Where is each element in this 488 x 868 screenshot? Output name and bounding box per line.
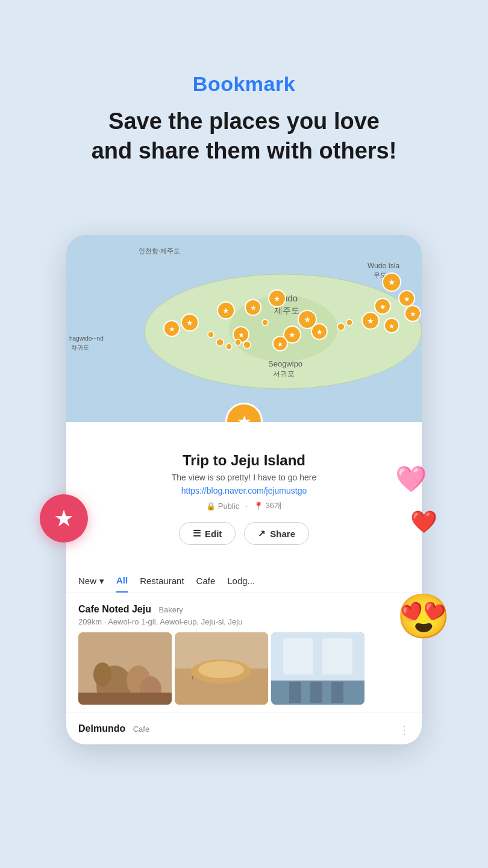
svg-point-51 (208, 332, 214, 338)
svg-text:★: ★ (410, 310, 416, 318)
svg-rect-69 (322, 638, 352, 675)
page-subtitle: Save the places you love and share them … (0, 107, 488, 166)
place-image-1 (78, 632, 172, 705)
place-item-2: Delmundo Cafe ⋮ (66, 712, 422, 744)
svg-text:Wudo Isla: Wudo Isla (368, 262, 399, 270)
svg-text:차귀도: 차귀도 (71, 344, 89, 351)
svg-text:★: ★ (238, 331, 245, 339)
tab-restaurant[interactable]: Restaurant (140, 576, 184, 592)
svg-point-52 (337, 323, 345, 330)
svg-point-64 (198, 661, 244, 678)
svg-text:Seogwipo: Seogwipo (268, 359, 302, 368)
section-label: Bookmark (0, 0, 488, 96)
card-content: Trip to Jeju Island The view is so prett… (66, 422, 422, 567)
place-address: 209km · Aewol-ro 1-gil, Aewol-eup, Jeju-… (78, 617, 242, 626)
tab-all[interactable]: All (116, 575, 128, 593)
svg-text:★: ★ (367, 316, 374, 326)
svg-text:★: ★ (277, 341, 283, 348)
share-button[interactable]: ↗ Share (244, 522, 309, 545)
map-area: 인천항·제주도 Jejudo 제주도 Wudo Isla 우도 hagwido·… (66, 235, 422, 422)
place-image-3 (271, 632, 364, 705)
card-action-buttons: ☰ Edit ↗ Share (84, 522, 404, 545)
svg-text:★: ★ (274, 294, 281, 303)
svg-point-53 (346, 319, 352, 326)
edit-icon: ☰ (193, 528, 201, 539)
svg-text:hagwido···nd: hagwido···nd (69, 335, 104, 342)
phone-card: 인천항·제주도 Jejudo 제주도 Wudo Isla 우도 hagwido·… (66, 235, 422, 744)
place-item-1: Cafe Noted Jeju Bakery 209km · Aewol-ro … (66, 593, 422, 712)
svg-text:★: ★ (222, 306, 230, 315)
tab-new[interactable]: New ▾ (78, 576, 104, 593)
lock-icon: 🔒 (206, 502, 216, 511)
card-meta: 🔒 Public · 📍 36개 (84, 500, 404, 511)
svg-text:★: ★ (169, 325, 175, 333)
place-category-2: Cafe (133, 725, 149, 734)
svg-text:★: ★ (380, 303, 386, 311)
star-icon: ★ (54, 505, 74, 532)
place-image-2 (175, 632, 268, 705)
svg-text:★: ★ (250, 304, 257, 312)
visibility-info: 🔒 Public (206, 502, 239, 511)
more-options-icon-2[interactable]: ⋮ (399, 723, 410, 737)
svg-rect-72 (310, 682, 322, 703)
svg-text:★: ★ (289, 330, 296, 339)
place-info-2: Delmundo Cafe (78, 723, 149, 734)
svg-point-49 (235, 339, 241, 345)
svg-point-48 (226, 344, 232, 350)
float-emoji-heart-eyes: 😍 (396, 591, 451, 642)
tab-cafe[interactable]: Cafe (196, 576, 216, 592)
svg-rect-71 (289, 682, 301, 703)
svg-rect-60 (78, 693, 172, 705)
place-header: Cafe Noted Jeju Bakery 209km · Aewol-ro … (78, 604, 410, 626)
svg-point-50 (243, 341, 251, 348)
card-description: The view is so pretty! I have to go here (84, 473, 404, 482)
tabs-row: New ▾ All Restaurant Cafe Lodg... (66, 567, 422, 593)
svg-text:★: ★ (186, 318, 193, 327)
edit-button[interactable]: ☰ Edit (179, 522, 236, 545)
svg-text:★: ★ (304, 315, 311, 324)
chevron-down-icon: ▾ (99, 576, 104, 587)
place-category: Bakery (158, 605, 183, 614)
place-name: Cafe Noted Jeju (78, 604, 151, 614)
svg-point-47 (216, 339, 224, 346)
place-header-2: Delmundo Cafe ⋮ (78, 723, 410, 737)
share-icon: ↗ (258, 528, 266, 539)
svg-rect-73 (331, 682, 343, 703)
pin-icon: 📍 (254, 502, 263, 511)
float-heart-outline: 🩷 (395, 464, 427, 494)
float-star-badge: ★ (40, 494, 88, 542)
svg-point-58 (93, 662, 111, 687)
svg-text:★: ★ (404, 295, 410, 303)
svg-text:★: ★ (389, 322, 395, 330)
svg-text:인천항·제주도: 인천항·제주도 (139, 247, 180, 254)
place-info: Cafe Noted Jeju Bakery 209km · Aewol-ro … (78, 604, 242, 626)
tab-lodging[interactable]: Lodg... (227, 576, 255, 592)
float-heart-filled: ❤️ (410, 509, 437, 535)
place-images (78, 632, 410, 705)
location-count: 📍 36개 (254, 500, 282, 511)
place-name-2: Delmundo (78, 723, 125, 734)
svg-text:★: ★ (388, 277, 396, 287)
card-title: Trip to Jeju Island (84, 452, 404, 469)
svg-text:서귀포: 서귀포 (273, 370, 295, 378)
svg-text:★: ★ (316, 328, 323, 336)
svg-point-54 (262, 319, 268, 326)
card-link[interactable]: https://blog.naver.com/jejumustgo (84, 486, 404, 495)
svg-rect-68 (283, 638, 313, 675)
